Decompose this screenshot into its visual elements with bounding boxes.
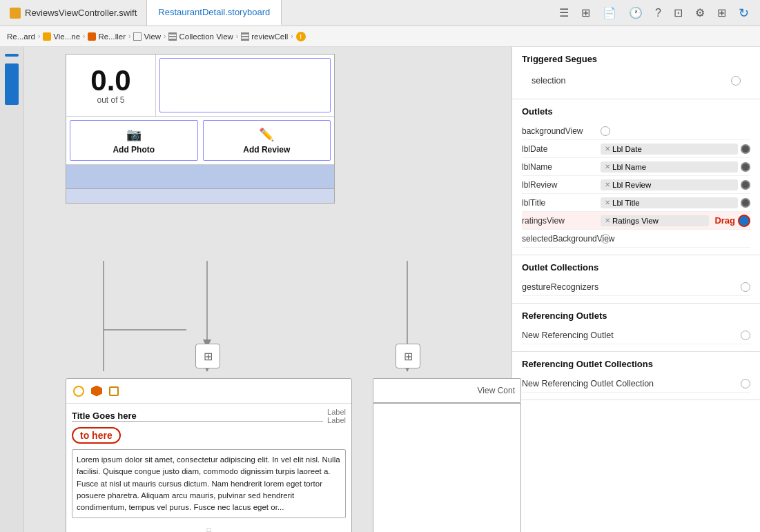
bc-item-3[interactable]: Re...ller	[88, 32, 126, 41]
bc-chevron-6: ›	[291, 32, 293, 40]
gesture-label: gestureRecognizers	[522, 282, 738, 292]
review-cell-icon	[241, 32, 249, 41]
selection-row: selection	[522, 70, 750, 92]
outlet-row-lblreview: lblReview ✕ Lbl Review	[522, 176, 750, 194]
outlet-row-lbldate: lblDate ✕ Lbl Date	[522, 140, 750, 158]
bc-chevron-1: ›	[38, 32, 40, 40]
add-icon[interactable]: ⊞	[581, 6, 590, 19]
outlet-connector-lbldate: ✕ Lbl Date	[601, 144, 738, 155]
bc-item-2[interactable]: Vie...ne	[43, 32, 80, 41]
outlet-x-lblname[interactable]: ✕	[605, 163, 610, 170]
bc-label-6: reviewCell	[251, 32, 288, 41]
bc-item-5[interactable]: Collection View	[168, 32, 233, 41]
new-ref-circle[interactable]	[741, 331, 750, 340]
triggered-segues-section: Triggered Segues selection	[512, 47, 760, 99]
outlet-value-lbltitle: Lbl Title	[612, 199, 640, 207]
to-here-badge: to here	[72, 427, 121, 444]
outlet-x-lbldate[interactable]: ✕	[605, 145, 610, 152]
bc-item-4[interactable]: View	[133, 32, 161, 41]
outlet-dot-lbldate[interactable]	[741, 144, 750, 154]
outlet-row-ratingsview: ratingsView ✕ Ratings View Drag	[522, 212, 750, 230]
list-icon[interactable]: ☰	[559, 6, 569, 19]
outlet-x-lblreview[interactable]: ✕	[605, 181, 610, 188]
view-icon	[133, 32, 142, 41]
outlets-section: Outlets backgroundView lblDate ✕ Lbl Dat…	[512, 99, 760, 255]
toolbar-icons: ☰ ⊞ 📄 🕐 ? ⊡ ⚙ ⊞ ↻	[548, 6, 760, 21]
drag-circle[interactable]	[738, 215, 750, 227]
collection-icon	[168, 32, 177, 41]
outlet-name-ratingsview: ratingsView	[522, 216, 598, 226]
new-ref-coll-circle[interactable]	[741, 379, 750, 388]
outlet-connector-lblname: ✕ Lbl Name	[601, 161, 738, 173]
gesture-circle[interactable]	[741, 282, 750, 292]
selection-circle[interactable]	[731, 76, 741, 86]
referencing-outlets-title: Referencing Outlets	[522, 311, 750, 321]
ref-outlet-collections-title: Referencing Outlet Collections	[522, 359, 750, 369]
outlet-dot-lblname[interactable]	[741, 162, 750, 172]
outlet-row-gesture: gestureRecognizers	[522, 278, 750, 296]
outlet-connector-ratingsview: ✕ Ratings View	[601, 215, 709, 226]
file-tab[interactable]: ReviewsViewController.swift	[0, 0, 147, 26]
add-review-button[interactable]: ✏️ Add Review	[203, 120, 331, 161]
title-text: Title Goes here	[72, 411, 323, 422]
bc-item-6[interactable]: reviewCell	[241, 32, 288, 41]
outlet-row-backgroundview: backgroundView	[522, 122, 750, 140]
cell-light-bar	[66, 189, 334, 203]
rating-number: 0.0	[90, 66, 130, 95]
bc-label-2: Vie...ne	[53, 32, 80, 41]
referencing-outlet-collections-section: Referencing Outlet Collections New Refer…	[512, 352, 760, 400]
name-input-box[interactable]	[159, 58, 331, 112]
new-ref-label: New Referencing Outlet	[522, 331, 738, 340]
outlet-name-backgroundview: backgroundView	[522, 126, 598, 136]
outlets-title: Outlets	[522, 106, 750, 117]
bottom-content: Title Goes here Label Label to here Lore…	[66, 404, 351, 532]
right-panel: Triggered Segues selection Outlets backg…	[511, 47, 760, 532]
outlet-circle-selectedbg[interactable]	[601, 234, 610, 244]
bc-chevron-3: ›	[128, 32, 130, 40]
outlet-connector-lbltitle: ✕ Lbl Title	[601, 197, 738, 208]
top-bar: ReviewsViewController.swift RestaurantDe…	[0, 0, 760, 26]
left-btn-1[interactable]	[5, 54, 19, 57]
refresh-icon[interactable]: ↻	[739, 6, 749, 21]
rating-sub: out of 5	[97, 95, 124, 105]
adjust-icon[interactable]: ⚙	[695, 6, 705, 19]
bc-label-1: Re...ard	[7, 32, 35, 41]
outlet-circle-backgroundview[interactable]	[601, 126, 610, 136]
left-strip	[0, 47, 24, 532]
add-photo-label: Add Photo	[113, 145, 155, 155]
left-nav-item[interactable]	[5, 63, 19, 105]
square-icon	[109, 386, 119, 396]
outlet-name-lblreview: lblReview	[522, 180, 598, 190]
bc-item-1[interactable]: Re...ard	[7, 32, 35, 41]
help-icon[interactable]: ?	[655, 7, 661, 19]
lorem-text: Lorem ipsum dolor sit amet, consectetur …	[72, 449, 346, 518]
selection-label: selection	[532, 76, 731, 86]
editor-icon[interactable]: ⊞	[717, 6, 726, 19]
outlet-collections-title: Outlet Collections	[522, 262, 750, 273]
doc-icon[interactable]: 📄	[603, 6, 616, 19]
bc-label-4: View	[144, 32, 161, 41]
outlet-value-lblreview: Lbl Review	[612, 181, 651, 189]
storyboard-tab[interactable]: RestaurantDetail.storyboard	[147, 0, 282, 26]
cell-resize-handle[interactable]: □	[207, 526, 211, 532]
outlet-x-ratingsview[interactable]: ✕	[605, 217, 610, 224]
outlet-dot-lblreview[interactable]	[741, 180, 750, 190]
outlet-dot-lbltitle[interactable]	[741, 198, 750, 208]
history-icon[interactable]: 🕐	[629, 6, 643, 19]
outlet-name-lbldate: lblDate	[522, 144, 598, 154]
outlet-value-lbldate: Lbl Date	[612, 145, 642, 153]
view-cont-body	[373, 403, 521, 532]
outlet-row-lbltitle: lblTitle ✕ Lbl Title	[522, 194, 750, 212]
outlet-x-lbltitle[interactable]: ✕	[605, 199, 610, 206]
warning-badge: !	[296, 32, 306, 41]
connector-box-right[interactable]: ⊞	[396, 344, 420, 368]
bc-label-5: Collection View	[179, 32, 233, 41]
add-photo-button[interactable]: 📷 Add Photo	[70, 120, 198, 161]
inspector-icon[interactable]: ⊡	[674, 6, 683, 19]
referencing-outlets-section: Referencing Outlets New Referencing Outl…	[512, 304, 760, 352]
label-badge-2: Label	[327, 416, 346, 424]
connector-box-left[interactable]: ⊞	[195, 344, 220, 368]
outlet-connector-lblreview: ✕ Lbl Review	[601, 179, 738, 190]
drag-area: Drag	[712, 215, 750, 227]
triggered-segues-title: Triggered Segues	[522, 54, 750, 64]
